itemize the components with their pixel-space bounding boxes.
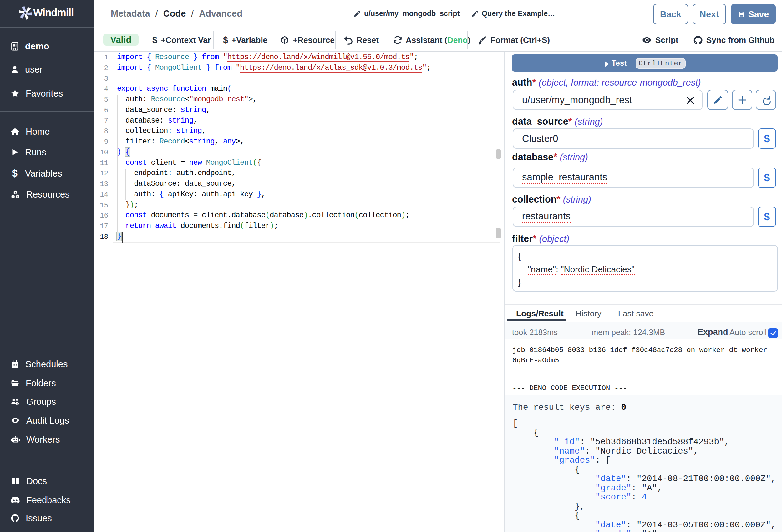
- svg-text:$: $: [12, 169, 17, 178]
